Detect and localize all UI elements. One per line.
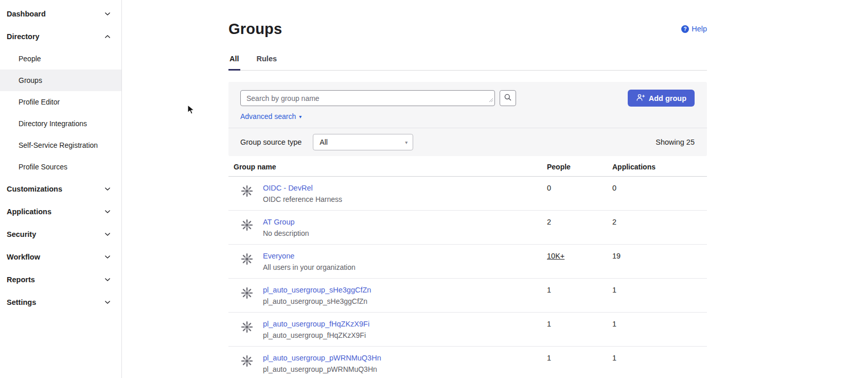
- sidebar-item-label: Settings: [7, 298, 36, 306]
- search-icon: [504, 93, 512, 103]
- group-name-link[interactable]: AT Group: [263, 218, 295, 226]
- sidebar-item-self-service-registration[interactable]: Self-Service Registration: [0, 134, 121, 156]
- sidebar-item-people[interactable]: People: [0, 48, 121, 70]
- table-row: pl_auto_usergroup_sHe3ggCfZn pl_auto_use…: [228, 279, 707, 313]
- group-description: No description: [263, 229, 309, 237]
- add-group-label: Add group: [649, 94, 686, 102]
- sidebar-item-dashboard[interactable]: Dashboard: [0, 3, 121, 25]
- help-link[interactable]: ? Help: [681, 25, 707, 33]
- chevron-down-icon: [104, 208, 111, 215]
- add-person-icon: [636, 93, 645, 103]
- sidebar-item-label: Customizations: [7, 185, 62, 193]
- table-row: Everyone All users in your organization …: [228, 245, 707, 279]
- sidebar-item-directory-integrations[interactable]: Directory Integrations: [0, 113, 121, 134]
- sidebar-item-workflow[interactable]: Workflow: [0, 246, 121, 268]
- group-description: pl_auto_usergroup_fHqZKzX9Fi: [263, 331, 369, 339]
- people-count: 0: [547, 177, 612, 210]
- search-button[interactable]: [500, 90, 516, 106]
- group-icon: [240, 354, 254, 368]
- applications-count: 0: [612, 177, 707, 210]
- chevron-down-icon: [104, 253, 111, 261]
- column-header-applications: Applications: [612, 159, 707, 176]
- group-icon: [240, 320, 254, 334]
- people-count-link[interactable]: 10K+: [547, 245, 564, 260]
- group-description: pl_auto_usergroup_sHe3ggCfZn: [263, 297, 371, 305]
- people-count: 2: [547, 211, 612, 244]
- group-name-link[interactable]: OIDC - DevRel: [263, 184, 313, 192]
- applications-count: 1: [612, 279, 707, 312]
- help-label: Help: [692, 25, 707, 33]
- people-count: 1: [547, 347, 612, 378]
- table-header: Group name People Applications: [228, 159, 707, 177]
- chevron-down-icon: [104, 231, 111, 238]
- applications-count: 2: [612, 211, 707, 244]
- group-icon: [240, 184, 254, 198]
- advanced-search-link[interactable]: Advanced search ▾: [240, 112, 695, 121]
- column-header-people: People: [547, 159, 612, 176]
- applications-count: 1: [612, 347, 707, 378]
- group-description: OIDC reference Harness: [263, 195, 342, 203]
- sidebar-item-label: Directory: [7, 32, 40, 41]
- tab-rules[interactable]: Rules: [256, 55, 278, 70]
- table-row: AT Group No description 2 2: [228, 211, 707, 245]
- people-count: 1: [547, 313, 612, 346]
- chevron-down-icon: [104, 276, 111, 283]
- tab-bar: All Rules: [228, 55, 707, 71]
- help-icon: ?: [681, 25, 689, 33]
- group-description: All users in your organization: [263, 263, 356, 271]
- caret-down-icon: ▾: [299, 114, 302, 119]
- group-icon: [240, 218, 254, 232]
- sidebar-item-label: Security: [7, 230, 36, 238]
- group-icon: [240, 286, 254, 300]
- group-name-link[interactable]: pl_auto_usergroup_pWRNMuQ3Hn: [263, 354, 381, 362]
- add-group-button[interactable]: Add group: [628, 90, 695, 107]
- group-source-type-label: Group source type: [240, 138, 302, 146]
- sidebar-item-settings[interactable]: Settings: [0, 291, 121, 314]
- group-source-type-dropdown[interactable]: All ▾: [313, 134, 413, 150]
- sidebar-item-reports[interactable]: Reports: [0, 268, 121, 291]
- groups-table: Group name People Applications OIDC - De…: [228, 159, 707, 378]
- group-description: pl_auto_usergroup_pWRNMuQ3Hn: [263, 365, 381, 373]
- main-content: Groups ? Help All Rules: [122, 0, 868, 378]
- sidebar-item-label: Dashboard: [7, 10, 46, 18]
- sidebar-item-groups[interactable]: Groups: [0, 70, 121, 91]
- column-header-group-name: Group name: [228, 159, 547, 176]
- tab-all[interactable]: All: [228, 55, 240, 71]
- applications-count: 19: [612, 245, 707, 278]
- table-row: pl_auto_usergroup_fHqZKzX9Fi pl_auto_use…: [228, 313, 707, 347]
- chevron-down-icon: [104, 10, 111, 18]
- advanced-search-label: Advanced search: [240, 112, 296, 121]
- caret-down-icon: ▾: [405, 140, 408, 145]
- search-input[interactable]: [240, 90, 495, 106]
- chevron-down-icon: [104, 299, 111, 306]
- sidebar-item-label: Workflow: [7, 253, 40, 261]
- search-filter-panel: Add group Advanced search ▾ Group source…: [228, 82, 707, 156]
- group-icon: [240, 252, 254, 266]
- applications-count: 1: [612, 313, 707, 346]
- sidebar-item-customizations[interactable]: Customizations: [0, 178, 121, 200]
- sidebar-item-security[interactable]: Security: [0, 223, 121, 246]
- group-name-link[interactable]: pl_auto_usergroup_fHqZKzX9Fi: [263, 320, 369, 328]
- people-count: 1: [547, 279, 612, 312]
- sidebar-item-applications[interactable]: Applications: [0, 200, 121, 223]
- sidebar-item-label: Reports: [7, 276, 35, 284]
- sidebar-item-profile-editor[interactable]: Profile Editor: [0, 91, 121, 113]
- app-root: Dashboard Directory People Groups Profil…: [0, 0, 868, 378]
- sidebar-item-directory[interactable]: Directory: [0, 25, 121, 48]
- group-name-link[interactable]: pl_auto_usergroup_sHe3ggCfZn: [263, 286, 371, 294]
- chevron-down-icon: [104, 185, 111, 193]
- sidebar: Dashboard Directory People Groups Profil…: [0, 0, 122, 378]
- table-row: pl_auto_usergroup_pWRNMuQ3Hn pl_auto_use…: [228, 347, 707, 378]
- sidebar-item-label: Applications: [7, 208, 51, 216]
- showing-count: Showing 25: [656, 138, 695, 146]
- page-title: Groups: [228, 21, 282, 38]
- chevron-up-icon: [104, 33, 111, 40]
- sidebar-item-profile-sources[interactable]: Profile Sources: [0, 156, 121, 178]
- group-name-link[interactable]: Everyone: [263, 252, 294, 260]
- table-row: OIDC - DevRel OIDC reference Harness 0 0: [228, 177, 707, 211]
- dropdown-selected-value: All: [320, 138, 328, 146]
